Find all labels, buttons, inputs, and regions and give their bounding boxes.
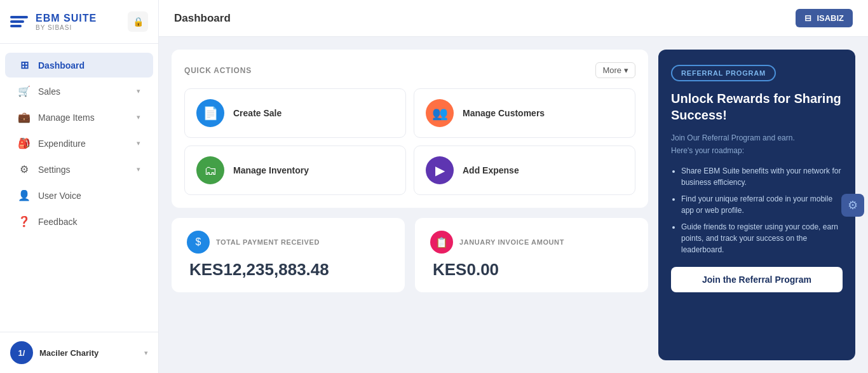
settings-icon: ⚙ [18,163,31,175]
sidebar-logo: EBM SUITE BY SIBASI 🔒 [0,0,158,44]
join-referral-button[interactable]: Join the Referral Program [671,267,843,292]
stat-total-payment-label: TOTAL PAYMENT RECEIVED [216,238,320,246]
isabiz-button[interactable]: ⊟ ISABIZ [796,9,853,27]
sidebar-item-sales[interactable]: 🛒 Sales ▾ [5,79,153,104]
quick-actions-title: QUICK ACTIONS [184,66,252,75]
create-sale-icon: 📄 [196,99,224,127]
sidebar-item-settings[interactable]: ⚙ Settings ▾ [5,157,153,182]
quick-actions-header: QUICK ACTIONS More ▾ [184,62,635,78]
gear-icon[interactable]: ⚙ [841,194,864,217]
logo-line-2 [10,20,24,23]
sidebar-item-label: Expenditure [38,139,86,149]
stats-row: $ TOTAL PAYMENT RECEIVED KES12,235,883.4… [172,218,648,292]
stat-january-invoice: 📋 JANUARY INVOICE AMOUNT KES0.00 [415,218,648,292]
logo-line-3 [10,25,22,27]
sidebar-item-expenditure[interactable]: 🎒 Expenditure ▾ [5,131,153,156]
quick-actions-card: QUICK ACTIONS More ▾ 📄 Create Sale 👥 Man… [172,50,648,208]
user-voice-icon: 👤 [18,189,31,201]
stat-total-payment-header: $ TOTAL PAYMENT RECEIVED [187,231,390,254]
sidebar-item-feedback[interactable]: ❓ Feedback [5,209,153,234]
qa-manage-customers-label: Manage Customers [463,108,545,118]
stat-total-payment-value: KES12,235,883.48 [187,260,390,280]
dollar-icon: $ [187,231,210,254]
referral-panel: REFERRAL PROGRAM Unlock Rewards for Shar… [658,50,855,360]
referral-list: Share EBM Suite benefits with your netwo… [671,165,843,255]
manage-inventory-icon: 🗂 [196,156,224,184]
qa-manage-inventory[interactable]: 🗂 Manage Inventory [184,146,406,195]
nav-items: ⊞ Dashboard 🛒 Sales ▾ 💼 Manage Items ▾ 🎒… [0,44,158,332]
sidebar-footer[interactable]: 1/ Maciler Charity ▾ [0,332,158,373]
quick-actions-grid: 📄 Create Sale 👥 Manage Customers 🗂 Manag… [184,88,635,195]
manage-customers-icon: 👥 [426,99,454,127]
referral-heading: Unlock Rewards for Sharing Success! [671,90,843,123]
dashboard-main: QUICK ACTIONS More ▾ 📄 Create Sale 👥 Man… [172,50,648,360]
referral-sub-line2: Here's your roadmap: [671,145,843,156]
sidebar: EBM SUITE BY SIBASI 🔒 ⊞ Dashboard 🛒 Sale… [0,0,159,373]
dashboard-icon: ⊞ [18,59,31,71]
stat-january-invoice-label: JANUARY INVOICE AMOUNT [459,238,564,246]
lock-icon[interactable]: 🔒 [128,11,148,32]
page-title: Dashboard [174,12,231,25]
more-button[interactable]: More ▾ [595,62,635,78]
sidebar-item-label: Settings [38,165,71,175]
referral-bullet-2: Guide friends to register using your cod… [681,221,843,255]
qa-add-expense-label: Add Expense [463,165,519,175]
invoice-icon: 📋 [430,231,453,254]
chevron-down-icon[interactable]: ▾ [144,349,148,357]
stat-january-invoice-header: 📋 JANUARY INVOICE AMOUNT [430,231,633,254]
content-area: QUICK ACTIONS More ▾ 📄 Create Sale 👥 Man… [159,37,868,373]
sidebar-item-dashboard[interactable]: ⊞ Dashboard [5,53,153,78]
referral-badge: REFERRAL PROGRAM [671,65,776,81]
chevron-down-icon: ▾ [624,65,628,75]
sidebar-item-label: Sales [38,86,60,97]
chevron-down-icon: ▾ [137,165,140,173]
user-name: Maciler Charity [39,348,98,358]
sidebar-item-label: Feedback [38,217,77,227]
stat-total-payment: $ TOTAL PAYMENT RECEIVED KES12,235,883.4… [172,218,405,292]
qa-create-sale-label: Create Sale [233,108,281,118]
logo-sub: BY SIBASI [36,24,97,31]
logo-icon [10,16,28,27]
logo-line-1 [10,16,28,18]
expenditure-icon: 🎒 [18,137,31,149]
qa-create-sale[interactable]: 📄 Create Sale [184,88,406,138]
avatar: 1/ [10,341,33,364]
chevron-down-icon: ▾ [137,139,140,147]
sidebar-item-label: Manage Items [38,112,95,123]
sidebar-item-label: Dashboard [38,60,85,71]
isabiz-label: ISABIZ [817,13,844,23]
logo-text: EBM SUITE BY SIBASI [36,13,97,31]
qa-manage-inventory-label: Manage Inventory [233,165,309,175]
add-expense-icon: ▶ [426,156,454,184]
manage-items-icon: 💼 [18,111,31,123]
chevron-down-icon: ▾ [137,113,140,121]
referral-bullet-1: Find your unique referral code in your m… [681,193,843,216]
isabiz-icon: ⊟ [804,13,811,23]
logo-main: EBM SUITE [36,13,97,24]
qa-manage-customers[interactable]: 👥 Manage Customers [414,88,635,138]
avatar-initials: 1/ [18,348,25,358]
sidebar-item-user-voice[interactable]: 👤 User Voice [5,183,153,208]
main-content: Dashboard ⊟ ISABIZ QUICK ACTIONS More ▾ … [159,0,868,373]
top-bar: Dashboard ⊟ ISABIZ [159,0,868,37]
chevron-down-icon: ▾ [137,87,140,95]
referral-sub-line1: Join Our Referral Program and earn. [671,132,843,144]
more-label: More [602,65,621,75]
stat-january-invoice-value: KES0.00 [430,260,633,280]
feedback-icon: ❓ [18,215,31,227]
referral-bullet-0: Share EBM Suite benefits with your netwo… [681,165,843,188]
sales-icon: 🛒 [18,85,31,97]
sidebar-item-label: User Voice [38,191,81,201]
qa-add-expense[interactable]: ▶ Add Expense [414,146,635,195]
sidebar-item-manage-items[interactable]: 💼 Manage Items ▾ [5,105,153,130]
